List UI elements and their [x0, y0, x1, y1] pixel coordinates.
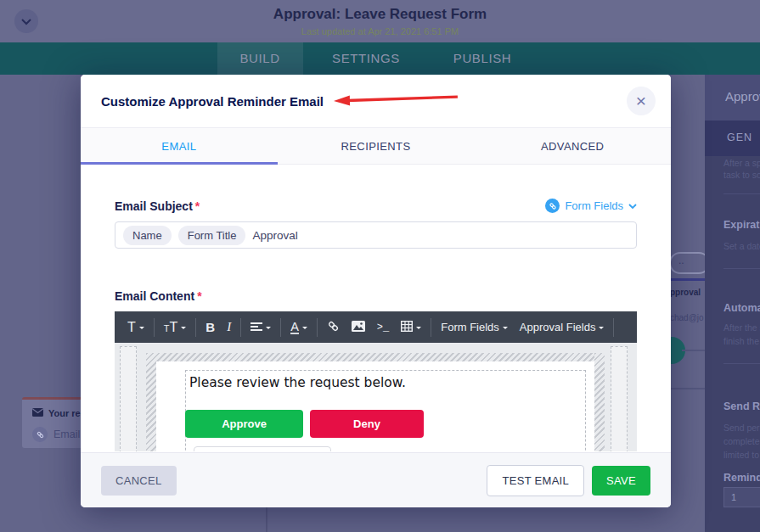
approve-button[interactable]: Approve	[185, 410, 303, 438]
editor-canvas[interactable]: Please review the request below. Approve…	[115, 343, 637, 451]
red-annotation-arrow-icon	[334, 91, 459, 111]
modal-title: Customize Approval Reminder Email	[101, 94, 324, 109]
tab-recipients[interactable]: RECIPIENTS	[278, 128, 475, 164]
sidebar-send-reminder-title: Send Rem	[723, 400, 760, 412]
editor-hatch-left	[146, 353, 156, 451]
editor-toolbar: T TT B I	[115, 311, 637, 343]
remind-after-input[interactable]: 1	[723, 487, 760, 507]
email-content-editor: T TT B I	[115, 311, 637, 451]
caret-down-icon	[266, 327, 271, 332]
sidebar-desc-line: After a spe	[723, 158, 760, 168]
deny-button[interactable]: Deny	[310, 410, 424, 438]
font-size-small-glyph: T	[164, 323, 170, 333]
flow-divider-line	[669, 388, 705, 389]
font-size-button[interactable]: TT	[158, 316, 193, 339]
toolbar-separator	[240, 318, 241, 337]
required-asterisk: *	[195, 199, 200, 213]
bold-button[interactable]: B	[200, 316, 221, 339]
sidebar-desc-line: complete t	[723, 436, 760, 446]
approval-fields-dropdown-label: Approval Fields	[520, 321, 596, 333]
approval-fields-dropdown[interactable]: Approval Fields	[514, 316, 611, 339]
test-email-button[interactable]: TEST EMAIL	[487, 465, 584, 496]
form-fields-dropdown[interactable]: Form Fields	[435, 316, 514, 339]
subject-chip-name[interactable]: Name	[123, 226, 172, 245]
caret-down-icon	[599, 327, 604, 332]
nav-tab-settings[interactable]: SETTINGS	[332, 42, 400, 75]
form-fields-link[interactable]: Form Fields	[545, 199, 637, 213]
editor-body-text[interactable]: Please review the request below.	[189, 375, 406, 390]
editor-hatch-top	[146, 353, 605, 361]
sidebar-divider	[723, 268, 760, 269]
table-icon	[401, 321, 413, 334]
sidebar-automation-title: Automat	[723, 302, 760, 314]
sidebar-divider	[723, 363, 760, 364]
terminal-icon: >_	[377, 322, 389, 333]
app-stage: Approval: Leave Request Form Last update…	[0, 0, 760, 532]
toolbar-separator	[195, 318, 196, 337]
required-asterisk: *	[197, 289, 201, 303]
pencil-icon	[545, 199, 560, 213]
flow-approval-email-fragment: chad@jo	[670, 313, 704, 322]
editor-partial-element	[194, 446, 331, 451]
font-family-glyph: T	[127, 320, 136, 335]
link-icon	[32, 427, 48, 442]
toolbar-separator	[613, 318, 614, 337]
caret-down-icon	[416, 327, 421, 332]
align-button[interactable]	[245, 316, 277, 339]
font-color-button[interactable]: A	[284, 316, 313, 339]
toolbar-separator	[154, 318, 155, 337]
insert-link-button[interactable]	[321, 316, 346, 339]
toolbar-separator	[280, 318, 281, 337]
modal-footer: CANCEL TEST EMAIL SAVE	[81, 452, 671, 507]
email-content-label-text: Email Content	[115, 289, 194, 303]
cancel-button[interactable]: CANCEL	[101, 466, 177, 496]
modal-body: Email Subject* Form Fields Name Form Tit…	[81, 165, 671, 452]
form-fields-link-label: Form Fields	[565, 199, 623, 212]
sidebar-desc-line: After the sp	[723, 322, 760, 333]
chevron-down-icon	[628, 199, 637, 212]
sidebar-desc-line: limited to 3	[723, 450, 760, 460]
sidebar-desc-line: finish the ta	[723, 336, 760, 346]
nav-tab-publish[interactable]: PUBLISH	[453, 42, 511, 75]
toolbar-separator	[317, 318, 318, 337]
caret-down-icon	[181, 327, 186, 332]
email-content-label: Email Content*	[115, 289, 637, 303]
tab-email[interactable]: EMAIL	[81, 128, 278, 164]
email-subject-label: Email Subject*	[115, 199, 200, 213]
flow-connector-line	[682, 350, 705, 351]
sidebar-remind-after-title: Remind A	[723, 472, 760, 484]
modal-tab-bar: EMAIL RECIPIENTS ADVANCED	[81, 127, 671, 165]
tab-advanced[interactable]: ADVANCED	[474, 128, 671, 164]
caret-down-icon	[139, 327, 144, 332]
insert-table-button[interactable]	[395, 316, 427, 339]
flow-approval-title-fragment: pproval	[670, 288, 701, 297]
email-subject-label-text: Email Subject	[115, 199, 193, 213]
sidebar-desc-line: Set a date	[723, 241, 760, 251]
image-icon	[352, 321, 365, 334]
caret-down-icon	[503, 327, 508, 332]
sidebar-tab-general[interactable]: GEN	[727, 132, 752, 143]
caret-down-icon	[302, 327, 307, 332]
flow-email-card-chip: Email	[53, 428, 80, 440]
subject-chip-form-title[interactable]: Form Title	[178, 226, 246, 245]
envelope-icon	[32, 408, 43, 418]
modal-header: Customize Approval Reminder Email ×	[81, 75, 671, 127]
align-icon	[251, 321, 262, 334]
link-icon	[327, 320, 340, 335]
close-icon[interactable]: ×	[627, 87, 656, 115]
email-subject-input[interactable]: Name Form Title Approval	[115, 221, 637, 249]
insert-image-button[interactable]	[346, 316, 371, 339]
italic-button[interactable]: I	[221, 316, 237, 339]
flow-node-pill	[669, 252, 710, 274]
font-size-big-glyph: T	[170, 320, 178, 335]
code-button[interactable]: >_	[371, 316, 395, 339]
sidebar-desc-line: Send perio	[723, 423, 760, 433]
sidebar-title: Approv	[725, 89, 760, 104]
flow-node-pill-dots: ..	[678, 255, 684, 266]
nav-tab-build[interactable]: BUILD	[239, 42, 279, 75]
font-family-button[interactable]: T	[121, 316, 150, 339]
nav-bar: BUILD SETTINGS PUBLISH	[0, 42, 760, 75]
app-header: Approval: Leave Request Form Last update…	[0, 0, 760, 42]
sidebar-desc-line: task to som	[723, 170, 760, 180]
save-button[interactable]: SAVE	[592, 466, 650, 496]
